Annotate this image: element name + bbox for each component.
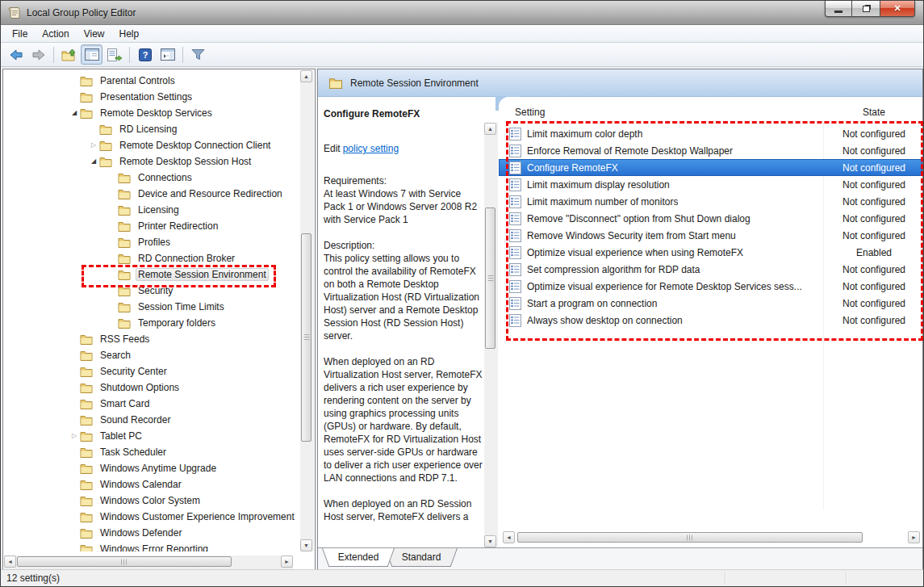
tree-expander-icon[interactable] [88,142,99,149]
folder-icon [80,414,93,426]
tree-item[interactable]: Windows Customer Experience Improvement [3,509,299,525]
description-vertical-scrollbar[interactable]: ▲ ▼ [484,123,498,547]
column-header-setting[interactable]: Setting [515,107,545,118]
menu-view[interactable]: View [77,26,112,42]
menu-file[interactable]: File [5,26,35,42]
tree-item[interactable]: Security [3,283,299,299]
show-action-pane-button[interactable] [157,44,178,65]
forward-button[interactable] [27,44,49,65]
tree-item[interactable]: Licensing [3,202,299,218]
minimize-button[interactable] [825,1,852,17]
tree-item[interactable]: Device and Resource Redirection [3,186,299,202]
menu-action[interactable]: Action [35,26,76,42]
policy-setting-link[interactable]: policy setting [343,143,399,154]
tree-item-label: Security [136,284,175,297]
policy-list-row[interactable]: Remove Windows Security item from Start … [499,227,922,244]
tree-item[interactable]: Remote Session Environment [3,266,299,283]
window-titlebar[interactable]: Local Group Policy Editor ✕ [1,1,923,25]
scroll-up-button[interactable]: ▲ [300,70,312,82]
scroll-down-button[interactable]: ▼ [484,535,496,547]
tree-item[interactable]: Remote Desktop Session Host [3,153,299,170]
help-button[interactable]: ? [134,44,156,65]
policy-list-row[interactable]: Limit maximum display resolution Not con… [499,176,922,193]
tree-item[interactable]: RSS Feeds [3,331,299,347]
tree-item[interactable]: Sound Recorder [3,412,299,428]
tree-vertical-scrollbar[interactable]: ▲ ▼ [300,70,314,551]
tree-item[interactable]: Security Center [3,363,299,379]
tree-item[interactable]: Parental Controls [3,73,299,89]
policy-setting-icon [509,212,521,225]
tree-item[interactable]: Task Scheduler [3,444,299,460]
menu-help[interactable]: Help [112,26,147,42]
policy-setting-state: Not configured [825,298,923,309]
filter-button[interactable] [187,44,209,65]
description-paragraph: When deployed on an RD Virtualization Ho… [324,355,483,484]
scroll-up-button[interactable]: ▲ [484,123,496,135]
policy-list-row[interactable]: Limit maximum number of monitors Not con… [499,193,922,210]
policy-list-row[interactable]: Configure RemoteFX Not configured [499,159,922,176]
details-panel: Remote Session Environment Configure Rem… [317,69,923,571]
list-horizontal-scrollbar[interactable]: ◄ ► [503,531,920,545]
tree-item-label: Windows Error Reporting [98,543,211,551]
tree-item[interactable]: Temporary folders [3,315,299,331]
policy-setting-name: Limit maximum display resolution [527,179,670,191]
console-tree: Parental Controls Presentation Settings … [3,73,299,551]
tree-item[interactable]: Windows Error Reporting [3,541,299,551]
restore-button[interactable] [852,1,880,17]
policy-list-row[interactable]: Enforce Removal of Remote Desktop Wallpa… [499,142,922,159]
policy-list-row[interactable]: Always show desktop on connection Not co… [499,312,922,329]
scroll-left-button[interactable]: ◄ [4,556,16,568]
tree-item[interactable]: Connections [3,170,299,186]
folder-icon [99,124,112,135]
back-button[interactable] [5,44,27,65]
tree-item[interactable]: RD Licensing [3,121,299,137]
tree-item-label: Tablet PC [98,430,144,442]
tree-item-label: Session Time Limits [136,300,227,313]
tree-item[interactable]: Remote Desktop Services [3,105,299,121]
show-console-tree-button[interactable] [81,44,102,65]
scrollbar-thumb[interactable] [301,233,311,442]
policy-setting-state: Enabled [825,247,923,258]
policy-list-row[interactable]: Limit maximum color depth Not configured [499,125,922,142]
scrollbar-thumb[interactable] [485,208,495,349]
tree-expander-icon[interactable] [88,158,99,165]
tree-item[interactable]: Profiles [3,234,299,250]
tree-item[interactable]: Session Time Limits [3,299,299,315]
tree-item[interactable]: Presentation Settings [3,89,299,105]
close-button[interactable]: ✕ [880,1,915,17]
tree-item[interactable]: Tablet PC [3,428,299,444]
folder-icon [118,317,131,329]
tree-item-label: Device and Resource Redirection [136,187,285,200]
tree-item[interactable]: Smart Card [3,396,299,412]
up-one-level-button[interactable] [58,44,80,65]
toolbar-separator [53,47,54,63]
tree-horizontal-scrollbar[interactable]: ◄ ► [4,556,293,569]
scroll-down-button[interactable]: ▼ [300,539,312,551]
policy-setting-icon [509,128,521,140]
tree-item[interactable]: Search [3,347,299,363]
policy-list-row[interactable]: Remove "Disconnect" option from Shut Dow… [499,210,922,227]
column-header-state[interactable]: State [825,107,923,118]
tree-item[interactable]: Remote Desktop Connection Client [3,137,299,153]
requirements-label: Requirements: [324,174,483,187]
policy-list-row[interactable]: Optimize visual experience when using Re… [499,244,922,261]
tree-item[interactable]: Windows Defender [3,525,299,541]
policy-setting-state: Not configured [825,213,923,224]
tree-expander-icon[interactable] [69,110,80,116]
export-list-button[interactable] [103,44,125,65]
policy-list-row[interactable]: Start a program on connection Not config… [499,295,922,312]
tree-item[interactable]: Windows Color System [3,493,299,509]
policy-list-row[interactable]: Set compression algorithm for RDP data N… [499,261,922,278]
scroll-right-button[interactable]: ► [908,531,920,543]
scroll-left-button[interactable]: ◄ [503,531,515,543]
tree-item[interactable]: Windows Anytime Upgrade [3,460,299,476]
tree-item[interactable]: Printer Redirection [3,218,299,234]
scrollbar-thumb[interactable] [17,556,232,567]
scrollbar-thumb[interactable] [517,532,863,543]
scroll-right-button[interactable]: ► [281,556,293,568]
tree-item[interactable]: Windows Calendar [3,476,299,493]
policy-list-row[interactable]: Optimize visual experience for Remote De… [499,278,922,295]
tree-expander-icon[interactable] [69,433,80,439]
tree-item[interactable]: Shutdown Options [3,379,299,396]
tree-item[interactable]: RD Connection Broker [3,250,299,266]
